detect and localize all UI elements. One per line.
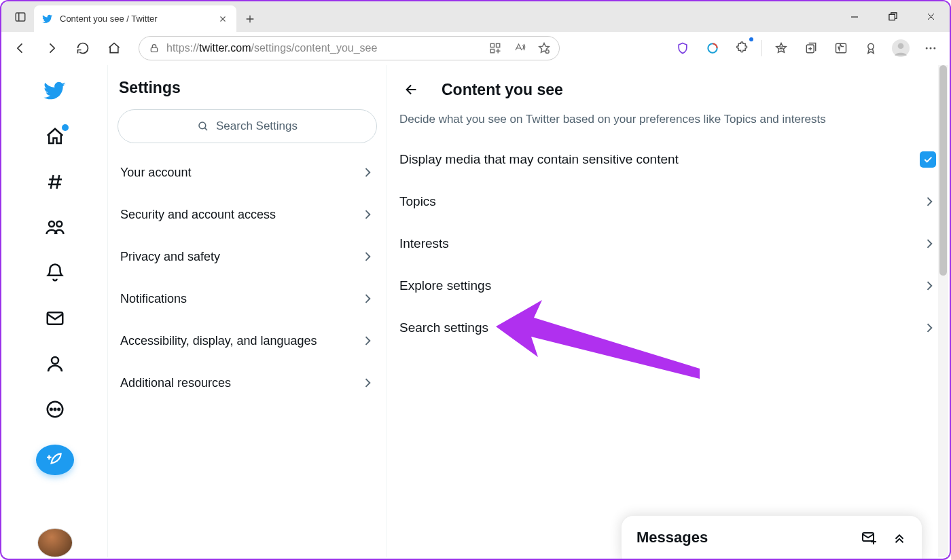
- settings-title: Settings: [108, 75, 387, 109]
- search-placeholder: Search Settings: [216, 119, 298, 133]
- browser-tab-active[interactable]: Content you see / Twitter: [34, 5, 236, 32]
- ext-shield-icon[interactable]: [669, 35, 696, 62]
- window-controls: [836, 1, 950, 32]
- math-solver-icon[interactable]: [827, 35, 855, 62]
- chevron-right-icon: [361, 376, 374, 390]
- svg-point-31: [933, 47, 935, 49]
- rewards-icon[interactable]: [857, 35, 884, 62]
- svg-point-43: [58, 409, 60, 411]
- page-content: Settings Search Settings Your account Se…: [3, 65, 948, 557]
- settings-row-notifications[interactable]: Notifications: [108, 278, 387, 320]
- row-interests[interactable]: Interests: [399, 223, 936, 265]
- svg-point-28: [898, 43, 904, 49]
- chevron-right-icon: [361, 292, 374, 305]
- chevron-right-icon: [361, 166, 374, 179]
- chevron-right-icon: [922, 195, 936, 208]
- twitter-logo-icon[interactable]: [39, 77, 71, 104]
- nav-forward-button[interactable]: [38, 35, 65, 62]
- browser-menu-button[interactable]: [917, 35, 944, 62]
- favorite-star-icon[interactable]: [533, 37, 555, 59]
- site-lock-icon[interactable]: [149, 43, 160, 54]
- address-bar[interactable]: https://twitter.com/settings/content_you…: [139, 36, 560, 60]
- new-tab-button[interactable]: [236, 6, 264, 32]
- nav-notifications-icon[interactable]: [39, 259, 71, 286]
- svg-point-30: [930, 47, 932, 49]
- new-message-icon[interactable]: [861, 529, 877, 546]
- sensitive-media-checkbox[interactable]: [920, 151, 936, 168]
- url-text: https://twitter.com/settings/content_you…: [166, 42, 377, 54]
- chevron-right-icon: [361, 208, 374, 221]
- settings-row-your-account[interactable]: Your account: [108, 151, 387, 193]
- svg-rect-12: [497, 43, 500, 47]
- svg-line-47: [204, 128, 207, 130]
- svg-point-36: [49, 221, 54, 227]
- row-topics[interactable]: Topics: [399, 181, 936, 223]
- svg-rect-11: [490, 43, 494, 47]
- maximize-button[interactable]: [874, 1, 912, 32]
- svg-point-26: [868, 43, 874, 49]
- nav-more-icon[interactable]: [39, 396, 71, 423]
- svg-rect-7: [889, 14, 894, 20]
- nav-profile-icon[interactable]: [39, 350, 71, 377]
- svg-point-41: [50, 409, 52, 411]
- compose-tweet-button[interactable]: [36, 445, 74, 476]
- settings-search-input[interactable]: Search Settings: [118, 109, 377, 143]
- extensions-puzzle-icon[interactable]: [729, 35, 756, 62]
- chevron-right-icon: [361, 250, 374, 263]
- nav-home-icon[interactable]: [39, 123, 71, 149]
- expand-drawer-icon[interactable]: [892, 530, 907, 545]
- nav-back-button[interactable]: [7, 35, 34, 62]
- close-window-button[interactable]: [912, 1, 950, 32]
- tab-strip: Content you see / Twitter: [1, 1, 950, 32]
- messages-title: Messages: [636, 529, 708, 546]
- search-icon: [197, 120, 209, 132]
- collections-icon[interactable]: [797, 35, 825, 62]
- addr-apps-icon[interactable]: [484, 37, 506, 59]
- svg-rect-13: [490, 49, 494, 52]
- profile-avatar-icon[interactable]: [887, 35, 914, 62]
- toolbar-extensions: [669, 35, 944, 62]
- refresh-button[interactable]: [69, 35, 96, 62]
- nav-explore-icon[interactable]: [39, 168, 71, 195]
- settings-panel: Settings Search Settings Your account Se…: [107, 65, 387, 557]
- browser-chrome: Content you see / Twitter https://twitte…: [1, 1, 950, 64]
- tab-close-button[interactable]: [217, 14, 228, 24]
- twitter-favicon-icon: [42, 14, 53, 24]
- browser-toolbar: https://twitter.com/settings/content_you…: [1, 32, 950, 64]
- svg-point-29: [926, 47, 928, 49]
- detail-title: Content you see: [442, 81, 563, 99]
- chevron-right-icon: [922, 321, 936, 335]
- ext-circle-icon[interactable]: [699, 35, 726, 62]
- tab-actions-button[interactable]: [7, 1, 34, 32]
- nav-communities-icon[interactable]: [39, 214, 71, 240]
- svg-rect-0: [16, 13, 25, 21]
- minimize-button[interactable]: [836, 1, 874, 32]
- svg-point-39: [52, 357, 58, 364]
- svg-line-34: [50, 175, 53, 189]
- settings-row-accessibility[interactable]: Accessibility, display, and languages: [108, 320, 387, 362]
- settings-row-additional[interactable]: Additional resources: [108, 362, 387, 404]
- messages-drawer[interactable]: Messages: [621, 515, 922, 559]
- twitter-nav-rail: [3, 65, 107, 557]
- settings-row-privacy[interactable]: Privacy and safety: [108, 236, 387, 278]
- row-sensitive-media[interactable]: Display media that may contain sensitive…: [399, 138, 936, 181]
- account-avatar[interactable]: [37, 528, 73, 557]
- home-button[interactable]: [101, 35, 128, 62]
- detail-subtitle: Decide what you see on Twitter based on …: [399, 111, 936, 138]
- svg-point-46: [199, 122, 206, 129]
- row-label: Display media that may contain sensitive…: [399, 152, 679, 167]
- read-aloud-icon[interactable]: [509, 37, 531, 59]
- detail-back-button[interactable]: [399, 77, 424, 102]
- row-explore[interactable]: Explore settings: [399, 265, 936, 307]
- tab-title: Content you see / Twitter: [60, 14, 211, 24]
- chevron-right-icon: [361, 334, 374, 348]
- chevron-right-icon: [922, 237, 936, 250]
- svg-line-35: [56, 175, 59, 189]
- row-search-settings[interactable]: Search settings: [399, 307, 936, 349]
- favorites-icon[interactable]: [768, 35, 795, 62]
- detail-panel: Content you see Decide what you see on T…: [387, 65, 948, 557]
- nav-messages-icon[interactable]: [39, 305, 71, 331]
- svg-point-37: [56, 221, 62, 227]
- svg-point-42: [54, 409, 56, 411]
- settings-row-security[interactable]: Security and account access: [108, 193, 387, 236]
